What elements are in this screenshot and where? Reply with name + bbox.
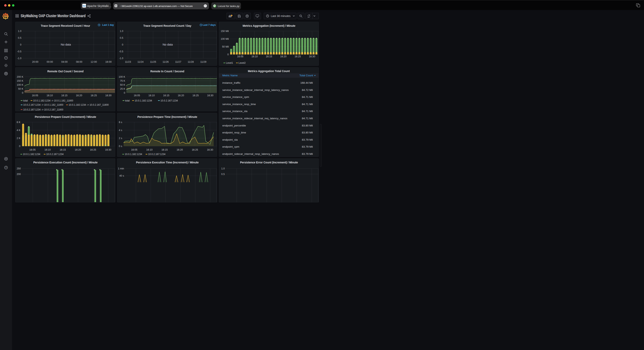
svg-text:Last 1 day: Last 1 day xyxy=(102,23,114,26)
svg-text:Persistence Execution Time (In: Persistence Execution Time (Increment) /… xyxy=(136,161,199,164)
svg-text:-0.5: -0.5 xyxy=(119,50,123,53)
svg-text:16:30: 16:30 xyxy=(105,149,111,151)
svg-text:10.0.2.167:1234 -> 10.0.2.167_: 10.0.2.167:1234 -> 10.0.2.167_11800 xyxy=(23,108,64,111)
svg-text:10.0.1.182:1234: 10.0.1.182:1234 xyxy=(135,99,152,102)
svg-text:16:20: 16:20 xyxy=(76,94,82,97)
svg-text:Metrics Aggregation (Increment: Metrics Aggregation (Increment) / Minute xyxy=(242,24,296,27)
svg-text:10.0.1.182:1234 -> 10.0.1.182_: 10.0.1.182:1234 -> 10.0.1.182_11800 xyxy=(33,99,74,102)
svg-text:16:25: 16:25 xyxy=(294,55,301,58)
svg-text:0 s: 0 s xyxy=(119,145,122,148)
svg-text:10.0.1.182:1234: 10.0.1.182:1234 xyxy=(23,153,40,156)
svg-text:Level2: Level2 xyxy=(238,61,246,64)
svg-text:50 Mil: 50 Mil xyxy=(222,45,229,48)
svg-text:Trace Segment Received Count /: Trace Segment Received Count / Day xyxy=(143,24,191,27)
svg-text:4 s: 4 s xyxy=(119,129,122,132)
svg-text:16:05: 16:05 xyxy=(32,94,38,97)
svg-text:16:10: 16:10 xyxy=(44,149,51,151)
svg-text:Persistence Prepare Time (Incr: Persistence Prepare Time (Increment) / M… xyxy=(137,115,197,119)
svg-text:0: 0 xyxy=(124,92,125,94)
svg-text:16:15: 16:15 xyxy=(161,149,168,151)
svg-text:6 s: 6 s xyxy=(119,121,122,124)
svg-text:0: 0 xyxy=(19,145,20,148)
svg-text:16:30: 16:30 xyxy=(309,55,315,58)
svg-text:total: total xyxy=(23,99,28,102)
svg-text:12:00: 12:00 xyxy=(91,60,97,63)
svg-text:0.5: 0.5 xyxy=(18,36,22,39)
svg-text:16:00: 16:00 xyxy=(105,60,112,63)
svg-text:16:25: 16:25 xyxy=(192,149,198,151)
svg-text:10.0.2.167:1234: 10.0.2.167:1234 xyxy=(148,153,166,156)
svg-text:10.0.1.182:1234 -> 10.0.2.167_: 10.0.1.182:1234 -> 10.0.2.167_11800 xyxy=(69,104,109,106)
svg-text:Last 7 days: Last 7 days xyxy=(202,23,216,26)
svg-text:200: 200 xyxy=(16,173,21,175)
svg-text:0.5: 0.5 xyxy=(120,36,123,39)
svg-text:150 Mil: 150 Mil xyxy=(221,30,229,32)
svg-text:20:00: 20:00 xyxy=(32,60,38,63)
svg-text:16:05: 16:05 xyxy=(30,149,36,151)
svg-text:-1.0: -1.0 xyxy=(119,57,123,60)
svg-text:2 s: 2 s xyxy=(119,137,122,140)
svg-text:16:05: 16:05 xyxy=(237,55,243,58)
svg-text:0.5: 0.5 xyxy=(221,173,225,175)
svg-text:16:15: 16:15 xyxy=(60,149,66,151)
svg-text:00:00: 00:00 xyxy=(47,60,53,63)
svg-text:04:00: 04:00 xyxy=(61,60,68,63)
svg-text:Remote Out Count / Second: Remote Out Count / Second xyxy=(48,70,84,73)
svg-text:16:10: 16:10 xyxy=(148,94,154,97)
svg-text:1.0: 1.0 xyxy=(120,30,123,32)
svg-text:10.0.2.167:1234 -> 10.0.1.182_: 10.0.2.167:1234 -> 10.0.1.182_11800 xyxy=(23,104,64,106)
svg-text:16:30: 16:30 xyxy=(207,149,213,151)
svg-text:1.0: 1.0 xyxy=(221,167,225,170)
svg-text:-0.5: -0.5 xyxy=(17,50,22,53)
svg-text:Persistence Prepare Count (Inc: Persistence Prepare Count (Increment) / … xyxy=(35,115,96,119)
svg-text:16:10: 16:10 xyxy=(252,55,258,58)
svg-text:-1.0: -1.0 xyxy=(17,57,22,60)
svg-text:0: 0 xyxy=(22,92,24,94)
svg-text:Trace Segment Received Count /: Trace Segment Received Count / Hour xyxy=(41,24,90,27)
svg-text:50 K: 50 K xyxy=(18,87,24,90)
svg-text:16:05: 16:05 xyxy=(131,149,137,151)
svg-text:Persistence Execution Count (I: Persistence Execution Count (Increment) … xyxy=(33,161,98,164)
svg-text:16:10: 16:10 xyxy=(47,94,53,97)
svg-text:25 K: 25 K xyxy=(120,87,125,90)
svg-text:40 s: 40 s xyxy=(119,175,124,175)
svg-text:100 K: 100 K xyxy=(17,83,24,86)
svg-text:11/24: 11/24 xyxy=(137,60,143,63)
svg-text:11/25: 11/25 xyxy=(150,60,156,63)
svg-text:50 K: 50 K xyxy=(120,83,125,86)
svg-text:1 min: 1 min xyxy=(118,167,124,170)
svg-text:10.0.2.167:1234: 10.0.2.167:1234 xyxy=(46,153,64,156)
svg-text:11/26: 11/26 xyxy=(162,60,168,63)
svg-text:Remote In Count / Second: Remote In Count / Second xyxy=(150,70,184,73)
svg-text:150 K: 150 K xyxy=(17,79,24,82)
svg-text:16:30: 16:30 xyxy=(105,94,112,97)
svg-text:16:15: 16:15 xyxy=(266,55,272,58)
svg-text:total: total xyxy=(125,99,130,102)
svg-text:11/23: 11/23 xyxy=(125,60,131,63)
svg-text:16:25: 16:25 xyxy=(192,94,198,97)
svg-text:16:20: 16:20 xyxy=(178,94,184,97)
svg-text:08:00: 08:00 xyxy=(76,60,82,63)
svg-text:1.0: 1.0 xyxy=(18,30,22,32)
svg-text:16:15: 16:15 xyxy=(163,94,169,97)
svg-text:100 K: 100 K xyxy=(118,75,125,78)
svg-text:16:20: 16:20 xyxy=(280,55,286,58)
svg-text:250: 250 xyxy=(16,167,21,170)
svg-text:2 K: 2 K xyxy=(16,137,20,140)
svg-text:No data: No data xyxy=(162,43,173,46)
svg-text:11/27: 11/27 xyxy=(175,60,181,63)
svg-text:0: 0 xyxy=(20,43,22,46)
svg-text:16:05: 16:05 xyxy=(134,94,140,97)
svg-text:16:20: 16:20 xyxy=(75,149,81,151)
svg-text:16:25: 16:25 xyxy=(90,149,96,151)
svg-text:16:15: 16:15 xyxy=(61,94,68,97)
svg-text:?: ? xyxy=(6,166,6,169)
svg-text:10.0.1.182:1234: 10.0.1.182:1234 xyxy=(125,153,142,156)
svg-text:75 K: 75 K xyxy=(120,79,125,82)
svg-text:11/29: 11/29 xyxy=(200,60,206,63)
svg-text:0: 0 xyxy=(227,53,229,56)
svg-text:Persistence Error Count (Incre: Persistence Error Count (Increment) / Mi… xyxy=(240,161,298,164)
svg-text:11/28: 11/28 xyxy=(188,60,194,63)
svg-text:Level1: Level1 xyxy=(226,61,233,64)
svg-text:No data: No data xyxy=(61,43,71,46)
